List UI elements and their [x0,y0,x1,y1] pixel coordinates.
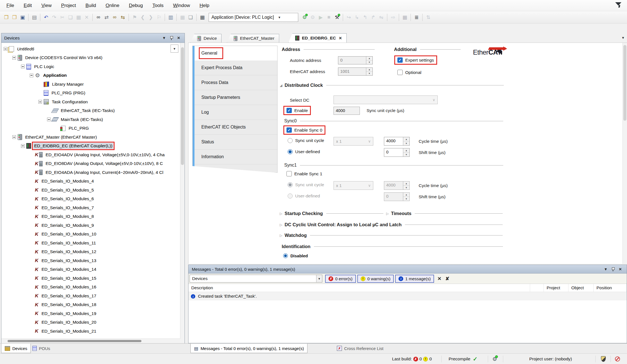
print-button[interactable]: ▤ [31,13,38,21]
next-statement-button[interactable]: ⇨ [389,13,397,21]
paste-button[interactable]: ▦ [75,13,82,21]
sync1-shift-time-field[interactable]: 0▲▼ [384,192,410,201]
column-header-description[interactable]: Description [188,284,530,292]
tree-item-plc-prg-prg[interactable]: PLC_PRG (PRG) [1,89,185,98]
delete-button[interactable]: ✕ [83,13,90,21]
tree-item-task-configuration[interactable]: Task Configuration [1,97,185,106]
build-button[interactable]: ⚒ [333,13,341,21]
previous-bookmark-button[interactable]: ❮ [139,13,146,21]
sync1-sync-unit-cycle-radio[interactable] [288,182,293,187]
tree-item-maintask-iec-tasks[interactable]: MainTask (IEC-Tasks) [1,115,185,124]
tree-vertical-scrollbar[interactable] [180,43,185,343]
tree-item-ed-serials-io-modules-6[interactable]: ED_Serials_IO_Modules_6 [1,195,185,204]
next-bookmark-button[interactable]: ❯ [147,13,155,21]
toggle-bookmark-button[interactable]: ⚑ [131,13,138,21]
message-row[interactable]: iCreated task 'EtherCAT_Task'. [188,292,627,300]
tree-item-untitled6[interactable]: Untitled6 [1,45,185,53]
tree-item-ed-serials-io-modules-17[interactable]: ED_Serials_IO_Modules_17 [1,291,185,300]
sync0-cycle-time-field[interactable]: 4000▲▼ [384,137,410,146]
cut-button[interactable]: ✂ [59,13,66,21]
tree-item-device-codesys-control-win-v3-x64[interactable]: Device (CODESYS Control Win V3 x64) [1,53,185,62]
sync-unit-cycle-field[interactable]: 4000 [334,107,360,115]
export-doc-button[interactable]: ❏ [187,13,194,21]
cart-button[interactable]: ≣ [413,13,420,21]
tree-item-ed-eio8dav-analog-output-voltage-5v-0-10[interactable]: ED_EIO8DAV (Analog Output, Voltage(±5V,0… [1,159,185,168]
replace-button[interactable]: ⇄ [103,13,110,21]
panel-dropdown-icon[interactable]: ▼ [603,266,609,272]
menu-item-edit[interactable]: Edit [19,0,36,11]
breakpoints-button[interactable]: ▦ [401,13,409,21]
tree-item-ed-serials-io-modules-8[interactable]: ED_Serials_IO_Modules_8 [1,212,185,221]
logout-button[interactable]: ⚙ [309,13,316,21]
enable-sync0-checkbox[interactable] [286,127,292,133]
clear-all-messages-icon[interactable]: ✘ [445,276,449,282]
insert-grid-button[interactable]: ▦ [179,13,186,21]
select-dc-combo[interactable]: ∨ [334,95,438,104]
close-icon[interactable]: ✕ [617,266,623,272]
sync0-shift-time-field[interactable]: 0▲▼ [384,148,410,157]
expand-collapse-icon[interactable] [21,144,25,148]
close-tab-icon[interactable]: ✕ [339,36,342,40]
column-header-object[interactable]: Object [568,284,594,292]
tree-item-ed-serials-io-modules-16[interactable]: ED_Serials_IO_Modules_16 [1,283,185,292]
menu-item-project[interactable]: Project [56,0,81,11]
tree-item-ed-serials-io-modules-11[interactable]: ED_Serials_IO_Modules_11 [1,239,185,248]
editor-tab-device[interactable]: Device [190,34,222,43]
sync1-user-defined-radio[interactable] [288,193,293,199]
clear-bookmarks-button[interactable]: ⚐ [155,13,163,21]
distributed-clock-section[interactable]: ◢Distributed Clock [280,83,504,88]
messages-filter-button[interactable]: i1 message(s) [395,275,434,283]
column-header-position[interactable]: Position [594,284,627,292]
reset-button[interactable]: ⇋ [377,13,385,21]
optional-checkbox[interactable] [397,70,403,75]
tree-item-ed-serials-io-modules-7[interactable]: ED_Serials_IO_Modules_7 [1,203,185,212]
active-application-selector[interactable]: Application [Device: PLC Logic]▼ [209,13,298,22]
identification-disabled-radio[interactable] [283,253,288,258]
enable-sync1-checkbox[interactable] [286,171,292,176]
tree-item-ed-serials-io-modules-10[interactable]: ED_Serials_IO_Modules_10 [1,230,185,239]
side-tab-information[interactable]: Information [195,150,277,164]
security-shield-icon[interactable] [601,354,606,364]
side-tab-general[interactable]: General [195,46,277,60]
sync1-multiplier-combo[interactable]: x 1∨ [334,181,373,190]
sync0-user-defined-radio[interactable] [288,149,293,154]
login-button[interactable]: ⚙ [301,13,308,21]
expert-settings-checkbox[interactable] [397,57,403,63]
filter-funnel-icon[interactable] [615,2,622,8]
tree-item-ed-serials-io-modules-20[interactable]: ED_Serials_IO_Modules_20 [1,318,185,327]
menu-item-view[interactable]: View [37,0,57,11]
messages-scope-combo[interactable]: Devices▼ [190,275,322,283]
tree-item-ed-serials-io-modules-21[interactable]: ED_Serials_IO_Modules_21 [1,327,185,336]
menu-item-tools[interactable]: Tools [148,0,168,11]
pin-icon[interactable] [168,35,174,41]
sync0-multiplier-combo[interactable]: x 1∨ [334,137,373,146]
editor-tab-ed-eiobrg-ec[interactable]: ED_EIOBRG_EC✕ [288,33,347,43]
no-connection-icon[interactable] [615,354,620,364]
expand-collapse-icon[interactable] [47,118,51,121]
panel-dropdown-icon[interactable]: ▼ [161,35,167,41]
tree-item-library-manager[interactable]: Library Manager [1,80,185,89]
tree-item-ed-serials-io-modules-14[interactable]: ED_Serials_IO_Modules_14 [1,265,185,274]
bottom-tab-cross-reference[interactable]: Cross Reference List [334,344,387,353]
column-header-project[interactable]: Project [544,284,568,292]
replace-objects-button[interactable]: ⇆ [119,13,127,21]
bottom-tab-devices[interactable]: Devices [1,344,31,353]
menu-item-help[interactable]: Help [195,0,214,11]
tree-item-ethercat-task-iec-tasks[interactable]: EtherCAT_Task (IEC-Tasks) [1,106,185,115]
sync0-sync-unit-cycle-radio[interactable] [288,138,293,143]
expand-collapse-icon[interactable] [38,100,42,104]
copy-button[interactable]: ❏ [67,13,74,21]
editor-vertical-scrollbar[interactable] [623,43,627,264]
expand-collapse-icon[interactable] [12,135,16,139]
tree-item-ed-serials-io-modules-9[interactable]: ED_Serials_IO_Modules_9 [1,221,185,230]
menu-item-build[interactable]: Build [81,0,101,11]
side-tab-process-data[interactable]: Process Data [195,75,277,90]
tree-horizontal-scrollbar[interactable] [1,339,180,343]
build-calendar-button[interactable]: ▦ [199,13,206,21]
menu-item-debug[interactable]: Debug [124,0,148,11]
ethercat-address-field[interactable]: 1001▲▼ [338,67,373,76]
new-project-button[interactable]: ❐ [3,13,10,21]
save-button[interactable]: ▣ [19,13,26,21]
tree-item-ed-eiobrg-ec-ethercat-coupler-l[interactable]: ED_EIOBRG_EC (EtherCAT Coupler(L)) [1,142,185,151]
tree-item-ed-eio4adv-analog-input-voltage-5v-0-10v[interactable]: ED_EIO4ADV (Analog Input, Voltage(±5V,0-… [1,150,185,159]
